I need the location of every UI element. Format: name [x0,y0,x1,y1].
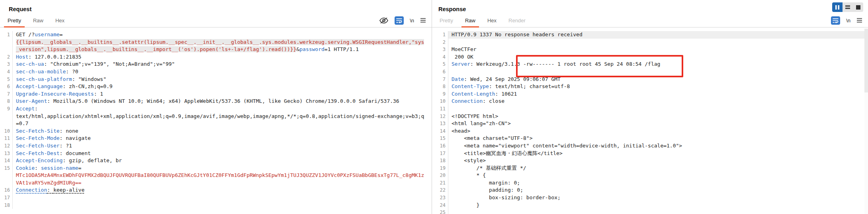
code-line[interactable]: 9Accept: [0,105,432,113]
code-line[interactable]: =0.7 [0,120,432,128]
code-line[interactable]: text/html,application/xhtml+xml,applicat… [0,113,432,120]
code-line[interactable]: 5sec-ch-ua-platform: "Windows" [0,76,432,83]
menu-icon[interactable] [856,18,862,23]
code-line[interactable]: 1GET /?username= [0,31,432,39]
tab-request-hex[interactable]: Hex [49,14,70,27]
burp-message-editor: Request Pretty Raw Hex [0,0,868,214]
line-number: 21 [432,179,448,187]
code-line[interactable]: 18 [0,202,432,209]
wrap-lines-icon[interactable] [395,16,404,25]
request-tabbar: Pretty Raw Hex [0,14,432,27]
line-number [0,179,12,187]
menu-icon[interactable] [420,18,426,23]
code-line[interactable]: 16 <meta name="viewport" content="width=… [432,142,868,150]
code-line[interactable]: _version",lipsum.__globals__.__builtins_… [0,46,432,53]
columns-layout-icon[interactable] [832,2,843,12]
code-line[interactable]: 1HTTP/0.9 1337 No response headers recei… [432,31,868,39]
code-line[interactable]: 7Date: Wed, 24 Sep 2025 09:06:07 GMT [432,76,868,83]
code-line[interactable]: 21 margin: 0; [432,179,868,187]
code-line[interactable]: 13<html lang="zh-CN"> [432,120,868,128]
code-line[interactable]: MTc1ODA5MzA4MnxEWDhFQVFMX2dBQUJFQUVRQUFB… [0,172,432,179]
code-line[interactable]: 18 <style> [432,157,868,165]
tab-response-render[interactable]: Render [502,14,532,27]
code-line[interactable]: 15Cookie: session-name= [0,165,432,172]
code-line[interactable]: 22 padding: 0; [432,187,868,194]
line-content: <meta charset="UTF-8"> [448,135,868,142]
code-line[interactable]: 23 box-sizing: border-box; [432,194,868,202]
code-line[interactable]: 11Sec-Fetch-Mode: navigate [0,135,432,142]
line-content: VAt1vaRY5vmZgdMIURg== [12,179,432,187]
line-content: Server: Werkzeug/3.1.3 -rw------- 1 root… [448,61,868,68]
code-line[interactable]: {{lipsum.__globals__.__builtins__.setatt… [0,39,432,46]
code-line[interactable]: 20 * { [432,172,868,179]
code-line[interactable]: 6 [432,68,868,76]
code-line[interactable]: 12Sec-Fetch-User: ?1 [0,142,432,150]
code-line[interactable]: 2 [432,39,868,46]
response-editor[interactable]: 1HTTP/0.9 1337 No response headers recei… [432,28,868,214]
tab-request-raw[interactable]: Raw [27,14,49,27]
line-number: 5 [0,76,12,83]
scrollbar-thumb[interactable] [864,29,868,92]
line-content: {{lipsum.__globals__.__builtins__.setatt… [12,39,432,46]
hide-eye-icon[interactable] [379,17,389,24]
tab-response-hex[interactable]: Hex [481,14,502,27]
code-line[interactable]: 14<head> [432,128,868,135]
response-panel: Response Pretty Raw Hex Render \n [432,0,868,214]
line-number: 7 [432,76,448,83]
code-line[interactable]: 7Upgrade-Insecure-Requests: 1 [0,90,432,98]
code-line[interactable]: 6Accept-Language: zh-CN,zh;q=0.9 [0,83,432,90]
code-line[interactable]: 25 [432,209,868,214]
line-content: Content-Length: 10621 [448,90,868,98]
code-line[interactable]: 3MoeCTFer [432,46,868,53]
line-content: =0.7 [12,120,432,128]
line-number [0,46,12,53]
code-line[interactable]: VAt1vaRY5vmZgdMIURg== [0,179,432,187]
line-number: 4 [432,53,448,61]
line-number [0,172,12,179]
code-line[interactable]: 4sec-ch-ua-mobile: ?0 [0,68,432,76]
code-line[interactable]: 14Accept-Encoding: gzip, deflate, br [0,157,432,165]
newline-toggle-icon[interactable]: \n [410,18,414,24]
tab-response-raw[interactable]: Raw [459,14,481,27]
code-line[interactable]: 24 } [432,202,868,209]
layout-switcher [832,2,863,12]
newline-toggle-icon[interactable]: \n [846,18,850,24]
line-number: 4 [0,68,12,76]
request-editor[interactable]: 1GET /?username={{lipsum.__globals__.__b… [0,28,432,214]
line-number: 9 [0,105,12,113]
code-line[interactable]: 2Host: 127.0.0.1:21835 [0,53,432,61]
code-line[interactable]: 10Sec-Fetch-Site: none [0,128,432,135]
code-line[interactable]: 19 /* 基础样式重置 */ [432,165,868,172]
code-line[interactable]: 15 <meta charset="UTF-8"> [432,135,868,142]
rows-layout-icon[interactable] [843,2,853,12]
wrap-lines-icon[interactable] [831,16,840,25]
code-line[interactable]: 13Sec-Fetch-Dest: document [0,150,432,157]
tab-request-pretty[interactable]: Pretty [2,14,27,27]
code-line[interactable]: 8Content-Type: text/html; charset=utf-8 [432,83,868,90]
line-number: 25 [432,209,448,214]
line-number [0,113,12,120]
code-line[interactable]: 16Connection: keep-alive [0,187,432,194]
tab-response-pretty[interactable]: Pretty [434,14,459,27]
code-line[interactable]: 4 200 OK [432,53,868,61]
code-line[interactable]: 17 [0,194,432,202]
code-line[interactable]: 17 <title>幽冥血海・幻语心魔阵</title> [432,150,868,157]
code-line[interactable]: 9Content-Length: 10621 [432,90,868,98]
line-content: <title>幽冥血海・幻语心魔阵</title> [448,150,868,157]
code-line[interactable]: 8User-Agent: Mozilla/5.0 (Windows NT 10.… [0,98,432,105]
response-toolbar: \n [831,14,862,27]
single-layout-icon[interactable] [853,2,863,12]
code-line[interactable]: 3sec-ch-ua: "Chromium";v="139", "Not;A=B… [0,61,432,68]
line-number: 14 [0,157,12,165]
line-content: _version",lipsum.__globals__.__builtins_… [12,46,432,53]
code-line[interactable]: 12<!DOCTYPE html> [432,113,868,120]
line-content: Sec-Fetch-User: ?1 [12,142,432,150]
code-line[interactable]: 10Connection: close [432,98,868,105]
line-content: Upgrade-Insecure-Requests: 1 [12,90,432,98]
line-number: 24 [432,202,448,209]
code-line[interactable]: 11 [432,105,868,113]
line-number: 1 [432,31,448,39]
line-content [448,209,868,214]
code-line[interactable]: 5Server: Werkzeug/3.1.3 -rw------- 1 roo… [432,61,868,68]
line-number: 13 [0,150,12,157]
